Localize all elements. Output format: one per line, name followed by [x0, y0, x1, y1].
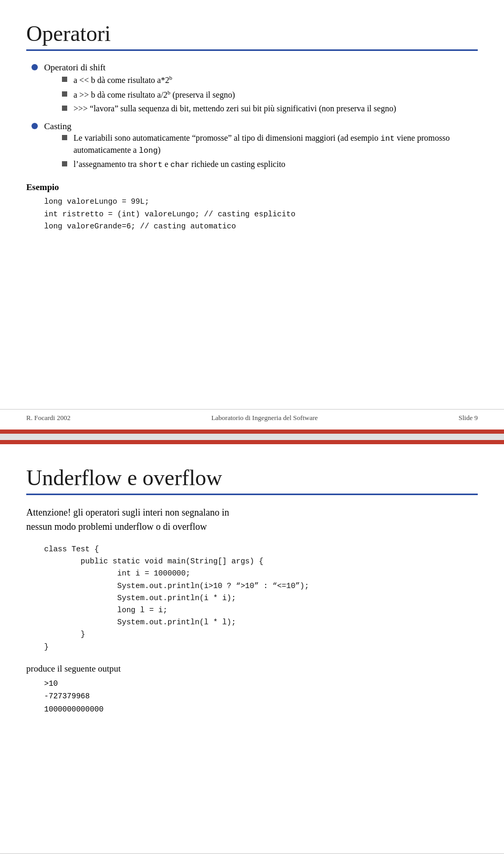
shift-sub-1: a << b dà come risultato a*2b	[62, 74, 478, 87]
code2-line-5: System.out.println(i * i);	[44, 592, 478, 604]
square-icon-3	[62, 106, 67, 111]
square-icon-5	[62, 161, 67, 166]
slide-divider	[0, 429, 504, 434]
square-icon-1	[62, 77, 67, 82]
bullet-shift: Operatori di shift a << b dà come risult…	[32, 61, 478, 117]
code2-line-1: class Test {	[44, 543, 478, 556]
casting-sub-1: Le variabili sono automaticamente “promo…	[62, 132, 478, 156]
slide-1-footer: R. Focardi 2002 Laboratorio di Ingegneri…	[0, 409, 504, 422]
code-line-1: long valoreLungo = 99L;	[44, 196, 478, 208]
attention-paragraph: Attenzione! gli operatori sugli interi n…	[26, 506, 478, 534]
shift-subitems: a << b dà come risultato a*2b a >> b dà …	[62, 74, 478, 115]
slide-divider-2	[0, 440, 504, 444]
shift-sub-3: >>> “lavora” sulla sequenza di bit, mett…	[62, 103, 478, 114]
example-label: Esempio	[26, 182, 478, 193]
bullet-shift-label: Operatori di shift	[44, 62, 106, 72]
square-icon-2	[62, 91, 67, 97]
code2-line-8: }	[44, 628, 478, 641]
attention-line-1: Attenzione! gli operatori sugli interi n…	[26, 507, 229, 518]
code-line-3: long valoreGrande=6; // casting automati…	[44, 221, 478, 233]
footer-right: Slide 9	[459, 414, 478, 422]
bullet-round-icon-2	[32, 123, 38, 129]
code2-line-3: int i = 1000000;	[44, 568, 478, 580]
footer-left: R. Focardi 2002	[26, 414, 70, 422]
footer-center: Laboratorio di Ingegneria del Software	[211, 414, 318, 422]
output-line-3: 1000000000000	[44, 703, 478, 716]
code2-line-6: long l = i;	[44, 604, 478, 616]
slide-2-blue-rule	[26, 494, 478, 495]
slide-1: Operatori Operatori di shift a << b dà c…	[0, 0, 504, 429]
bullet-round-icon	[32, 64, 38, 70]
casting-subitems: Le variabili sono automaticamente “promo…	[62, 132, 478, 171]
shift-sub-2: a >> b dà come risultato a/2b (preserva …	[62, 89, 478, 101]
slide-2: Underflow e overflow Attenzione! gli ope…	[0, 444, 504, 859]
produce-text: produce il seguente output	[26, 664, 478, 674]
casting-label: Casting	[44, 121, 71, 131]
output-block: >10 -727379968 1000000000000	[44, 677, 478, 716]
slide-1-title: Operatori	[26, 21, 478, 46]
slide-2-footer: R. Focardi 2002 Laboratorio di Ingegneri…	[0, 853, 504, 859]
output-line-1: >10	[44, 677, 478, 690]
attention-line-2: nessun modo problemi underflow o di over…	[26, 521, 207, 532]
code2-line-4: System.out.println(i>10 ? “>10” : “<=10”…	[44, 580, 478, 592]
code2-line-7: System.out.println(l * l);	[44, 616, 478, 628]
slide2-code-block: class Test { public static void main(Str…	[44, 543, 478, 653]
slide-2-title: Underflow e overflow	[26, 465, 478, 490]
casting-sub-2: l’assegnamento tra short e char richiede…	[62, 159, 478, 171]
bullet-casting: Casting Le variabili sono automaticament…	[32, 120, 478, 173]
square-icon-4	[62, 135, 67, 140]
code2-line-9: }	[44, 641, 478, 653]
example-code: long valoreLungo = 99L; int ristretto = …	[44, 196, 478, 233]
code-line-2: int ristretto = (int) valoreLungo; // ca…	[44, 208, 478, 221]
output-line-2: -727379968	[44, 690, 478, 703]
code2-line-2: public static void main(String[] args) {	[44, 556, 478, 568]
slide-separator	[0, 434, 504, 440]
slide-1-blue-rule	[26, 49, 478, 51]
